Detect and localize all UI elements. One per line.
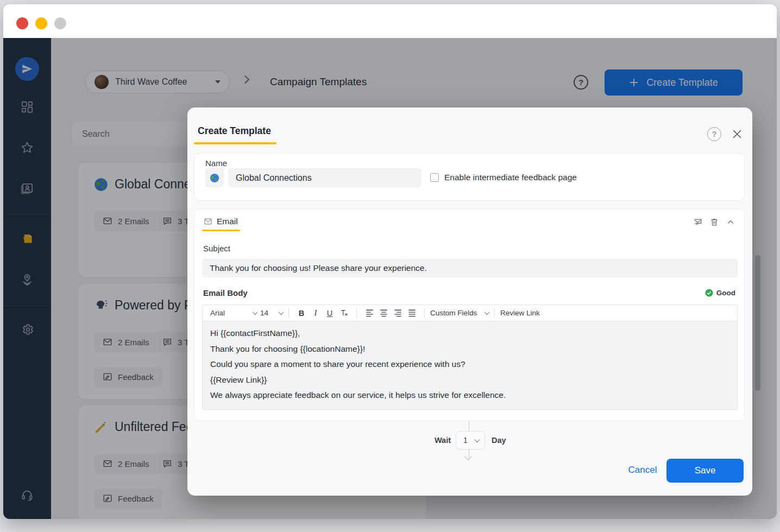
globe-icon: [210, 173, 219, 183]
zoom-window-button[interactable]: [54, 17, 66, 29]
modal-help-button[interactable]: ?: [707, 127, 721, 141]
bold-button[interactable]: B: [294, 307, 309, 320]
close-icon: [731, 128, 744, 141]
align-left-icon: [365, 308, 374, 318]
align-right-button[interactable]: [391, 307, 405, 320]
chevron-down-icon: [253, 309, 258, 315]
body-line: Thank you for choosing {{locationName}}!: [210, 344, 729, 354]
align-justify-button[interactable]: [405, 307, 419, 320]
delete-email-button[interactable]: [709, 217, 719, 227]
check-circle-icon: [705, 289, 713, 297]
clear-formatting-button[interactable]: [337, 307, 351, 320]
body-line: Hi {{contactFirstName}},: [210, 328, 729, 338]
font-size-select[interactable]: 14: [260, 309, 283, 317]
modal-title-underline: [194, 142, 276, 144]
email-body-editor[interactable]: Hi {{contactFirstName}}, Thank you for c…: [202, 321, 738, 410]
trash-icon: [709, 217, 719, 227]
template-name-input[interactable]: [228, 168, 422, 187]
align-center-icon: [379, 308, 388, 318]
toolbar-divider: [288, 308, 289, 318]
wait-label: Wait: [426, 436, 451, 445]
envelope-send-icon: [693, 217, 703, 227]
modal-close-button[interactable]: [731, 128, 744, 141]
email-tab-envelope-icon: [204, 217, 212, 226]
name-section: Name Enable intermediate feedback page: [194, 153, 745, 201]
align-right-icon: [393, 308, 402, 318]
intermediate-feedback-label[interactable]: Enable intermediate feedback page: [444, 173, 577, 182]
editor-toolbar: Arial 14 B I U: [202, 305, 738, 321]
chevron-up-icon: [726, 217, 735, 227]
save-button[interactable]: Save: [666, 459, 744, 483]
email-body-label: Email Body: [203, 288, 248, 297]
subject-label: Subject: [203, 244, 230, 253]
underline-button[interactable]: U: [323, 307, 337, 320]
email-section: Email Subject Email Body Good: [194, 208, 745, 421]
body-line: Could you spare a moment to share your r…: [210, 359, 729, 369]
email-tab[interactable]: Email: [217, 217, 238, 226]
toolbar-divider: [356, 308, 357, 318]
review-link-button[interactable]: Review Link: [500, 309, 540, 317]
email-tab-underline: [202, 230, 240, 231]
flow-arrow-icon: [464, 453, 472, 460]
toolbar-divider: [424, 308, 425, 318]
close-window-button[interactable]: [16, 17, 28, 29]
body-line: {{Review Link}}: [210, 375, 729, 385]
create-template-modal: Create Template ? Name Enable intermedia…: [187, 107, 752, 496]
modal-title: Create Template: [198, 125, 271, 137]
chevron-down-icon: [475, 437, 480, 442]
chevron-down-icon: [485, 309, 490, 315]
wait-duration-select[interactable]: 1: [456, 431, 485, 449]
name-label: Name: [205, 159, 227, 168]
toolbar-divider: [494, 308, 495, 318]
collapse-section-button[interactable]: [726, 217, 735, 227]
align-justify-icon: [407, 308, 417, 318]
title-bar: [3, 4, 777, 38]
subject-input[interactable]: [202, 259, 738, 277]
wait-value: 1: [463, 436, 470, 445]
chevron-down-icon: [279, 309, 284, 315]
wait-unit-label: Day: [492, 436, 506, 445]
question-glyph: ?: [712, 130, 717, 138]
template-emoji-box: [205, 168, 224, 187]
align-left-button[interactable]: [362, 307, 376, 320]
quality-badge: Good: [705, 289, 735, 297]
custom-fields-select[interactable]: Custom Fields: [430, 309, 489, 317]
send-test-email-button[interactable]: [693, 217, 703, 227]
font-family-select[interactable]: Arial: [210, 309, 257, 317]
intermediate-feedback-checkbox[interactable]: [430, 173, 439, 182]
cancel-button[interactable]: Cancel: [621, 465, 664, 476]
clear-format-icon: [339, 308, 349, 318]
body-line: We always appreciate feedback on our ser…: [210, 390, 729, 400]
align-center-button[interactable]: [376, 307, 391, 320]
app-window: Third Wave Coffee Campaign Templates ? C…: [3, 4, 777, 519]
italic-button[interactable]: I: [309, 307, 323, 320]
minimize-window-button[interactable]: [35, 17, 47, 29]
